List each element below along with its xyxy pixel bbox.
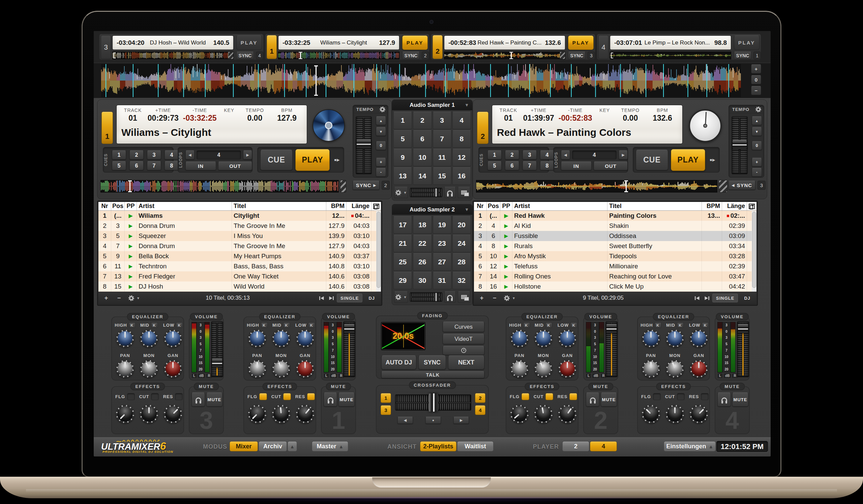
crossfader-handle[interactable] xyxy=(429,393,438,412)
flg-knob-ch4[interactable] xyxy=(642,405,660,423)
playlist-right-col-pp[interactable]: PP xyxy=(500,202,512,210)
deck2-tempo-zero-button[interactable]: 0 xyxy=(752,141,762,150)
deck1-loop-in[interactable]: IN xyxy=(185,162,216,170)
mute-button-ch2[interactable]: MUTE xyxy=(601,392,617,406)
mid-knob-ch2[interactable] xyxy=(535,330,552,347)
playlist-left-col-titel[interactable]: Titel xyxy=(232,202,326,210)
flg-toggle-ch1[interactable] xyxy=(259,393,267,400)
play-indicator-icon[interactable]: ▶ xyxy=(125,272,137,281)
sampler-pad-7[interactable]: 7 xyxy=(433,130,451,148)
playhead[interactable] xyxy=(300,52,301,59)
sampler-pad-26[interactable]: 26 xyxy=(413,253,432,271)
deck2-cue-button[interactable]: CUE xyxy=(636,150,668,170)
playlist-left-col-nr[interactable]: Nr xyxy=(98,202,111,210)
play-indicator-icon[interactable]: ▶ xyxy=(125,281,137,292)
deck2-wave-handle[interactable] xyxy=(719,180,727,192)
low-knob-ch3[interactable] xyxy=(164,330,182,347)
deck1-tempo-down-button[interactable]: ▼ xyxy=(376,127,386,136)
deck2-tempo-up-button[interactable]: ▲ xyxy=(752,116,762,125)
volume-fader-ch2[interactable] xyxy=(605,321,617,377)
sampler-pad-12[interactable]: 12 xyxy=(452,149,471,166)
playlist-right-row-7[interactable]: 7 14 ▶ Rolling Ones Reaching out for Lov… xyxy=(474,272,756,281)
play-indicator-icon[interactable]: ▶ xyxy=(500,221,512,231)
deck1-cue-1[interactable]: 1 xyxy=(112,150,126,160)
mon-knob-ch3[interactable] xyxy=(140,360,158,378)
sampler-1-volume-handle[interactable] xyxy=(434,188,438,197)
kill-button-high-ch2[interactable]: K xyxy=(523,322,530,328)
sampler-pad-25[interactable]: 25 xyxy=(393,253,412,271)
playlist-left-single-button[interactable]: SINGLE xyxy=(337,294,362,302)
deck2-cue-6[interactable]: 6 xyxy=(505,161,519,170)
playlist-left-col-artist[interactable]: Artist xyxy=(137,202,232,210)
playlist-right-skip-end-button[interactable] xyxy=(702,294,712,302)
fade-timer-button[interactable] xyxy=(442,346,485,355)
deck1-tab[interactable]: 1 xyxy=(101,112,113,144)
cut-toggle-ch4[interactable] xyxy=(677,393,685,400)
sampler-pad-21[interactable]: 21 xyxy=(393,235,412,252)
mute-button-ch1[interactable]: MUTE xyxy=(338,392,355,406)
sampler-pad-20[interactable]: 20 xyxy=(452,216,471,234)
deck1-waveform[interactable] xyxy=(100,180,339,192)
playlist-left-remove-button[interactable]: − xyxy=(114,294,124,302)
cut-knob-ch1[interactable] xyxy=(272,405,290,423)
mini-deck-3-play-button[interactable]: PLAY xyxy=(236,35,262,50)
res-toggle-ch2[interactable] xyxy=(570,393,577,400)
playlist-right-row-4[interactable]: 4 8 ▶ Rurals Sweet Butterfly 03:34 xyxy=(474,241,756,251)
sampler-1-detach-button[interactable] xyxy=(458,187,470,198)
high-knob-ch2[interactable] xyxy=(511,330,528,347)
mon-knob-ch1[interactable] xyxy=(272,360,290,378)
play-indicator-icon[interactable]: ▶ xyxy=(125,251,137,261)
sampler-2-headphone-button[interactable] xyxy=(444,291,456,303)
sampler-pad-23[interactable]: 23 xyxy=(433,235,451,252)
playlist-left-skip-end-button[interactable] xyxy=(327,294,337,302)
sampler-2-volume-fader[interactable] xyxy=(410,292,442,302)
sampler-pad-6[interactable]: 6 xyxy=(413,130,432,148)
sampler-pad-8[interactable]: 8 xyxy=(452,130,471,148)
deck2-sync-number[interactable]: 3 xyxy=(758,181,766,190)
volume-fader-ch4[interactable] xyxy=(737,321,749,377)
play-indicator-icon[interactable]: ▶ xyxy=(500,231,512,241)
play-indicator-icon[interactable]: ▶ xyxy=(125,241,137,251)
play-indicator-icon[interactable]: ▶ xyxy=(500,272,512,281)
sampler-pad-4[interactable]: 4 xyxy=(452,112,471,129)
playlist-right-col-pos[interactable]: Pos xyxy=(487,202,500,210)
gan-knob-ch4[interactable] xyxy=(690,360,708,378)
sampler-pad-32[interactable]: 32 xyxy=(452,272,471,289)
playlist-left-col-pp[interactable]: PP xyxy=(125,202,137,210)
deck1-loop-out[interactable]: OUT xyxy=(218,162,252,170)
mid-knob-ch1[interactable] xyxy=(272,330,290,347)
modus-mixer-button[interactable]: Mixer xyxy=(229,441,258,451)
playlist-right-single-button[interactable]: SINGLE xyxy=(712,294,738,302)
deck2-jog-wheel[interactable] xyxy=(689,109,722,142)
play-indicator-icon[interactable]: ▶ xyxy=(125,261,137,272)
sampler-pad-31[interactable]: 31 xyxy=(433,272,451,289)
kill-button-mid-ch1[interactable]: K xyxy=(283,322,290,328)
sampler-2-dropdown-icon[interactable]: ▼ xyxy=(464,207,469,212)
deck2-loop-decrease[interactable]: ◀ xyxy=(561,150,570,160)
high-knob-ch3[interactable] xyxy=(116,330,134,347)
sampler-2-detach-button[interactable] xyxy=(458,291,470,303)
flg-toggle-ch2[interactable] xyxy=(522,393,529,400)
play-indicator-icon[interactable]: ▶ xyxy=(500,211,512,221)
mini-deck-2-wave-handle[interactable] xyxy=(560,52,565,59)
kill-button-high-ch1[interactable]: K xyxy=(261,322,268,328)
sampler-1-settings-button[interactable]: ▼ xyxy=(394,187,408,198)
mini-deck-4-waveform[interactable] xyxy=(610,52,731,59)
deck2-cue-7[interactable]: 7 xyxy=(523,161,537,170)
deck2-cue-8[interactable]: 8 xyxy=(540,161,554,170)
play-indicator-icon[interactable]: ▶ xyxy=(125,211,137,221)
sampler-pad-3[interactable]: 3 xyxy=(433,112,451,129)
playlist-right-scroll-thumb[interactable] xyxy=(752,212,756,288)
mini-deck-1-load-number[interactable]: 2 xyxy=(422,52,429,59)
sampler-pad-29[interactable]: 29 xyxy=(393,272,412,289)
gan-knob-ch1[interactable] xyxy=(296,360,314,378)
deck1-tempo-handle[interactable] xyxy=(357,139,371,148)
sampler-pad-22[interactable]: 22 xyxy=(413,235,432,252)
sampler-1-dropdown-icon[interactable]: ▼ xyxy=(464,102,469,108)
volume-fader-ch1[interactable] xyxy=(343,321,355,377)
sampler-1-volume-fader[interactable] xyxy=(410,188,442,197)
deck1-sync-button[interactable]: SYNC ▶ xyxy=(353,181,379,190)
deck1-cue-7[interactable]: 7 xyxy=(147,161,161,170)
kill-button-high-ch3[interactable]: K xyxy=(129,322,136,328)
deck2-stop-play-button[interactable]: ■▶ xyxy=(708,152,717,167)
